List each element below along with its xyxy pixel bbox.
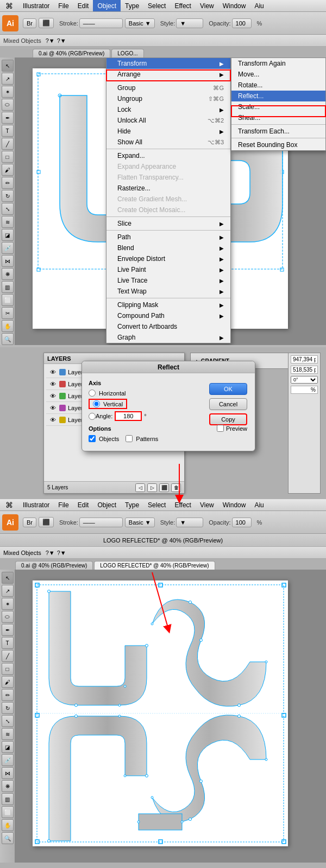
coords-y-input[interactable]	[291, 366, 318, 374]
submenu-scale[interactable]: Scale...	[231, 101, 325, 112]
horizontal-radio[interactable]	[89, 390, 96, 397]
cancel-button[interactable]: Cancel	[209, 398, 247, 410]
coords-x-input[interactable]	[291, 355, 318, 363]
hand-tool[interactable]: ✋	[2, 320, 14, 332]
objects-checkbox[interactable]	[89, 435, 96, 442]
menu-file[interactable]: File	[54, 0, 73, 11]
bottom-menu-object[interactable]: Object	[93, 499, 121, 510]
menu-item-rasterize[interactable]: Rasterize...	[106, 183, 230, 194]
patterns-checkbox[interactable]	[126, 435, 133, 442]
layer-btn-1[interactable]: ◁	[135, 483, 145, 492]
pen-tool[interactable]: ✒	[2, 112, 14, 124]
layer-eye-3[interactable]: 👁	[48, 392, 57, 400]
menu-item-path[interactable]: Path ▶	[106, 232, 230, 242]
slice-tool[interactable]: ✂	[2, 307, 14, 319]
bottom-menu-select[interactable]: Select	[143, 499, 170, 510]
submenu-shear[interactable]: Shear...	[231, 112, 325, 123]
select-tool[interactable]: ↖	[2, 60, 14, 72]
menu-item-ungroup[interactable]: Ungroup ⇧⌘G	[106, 93, 230, 104]
help-icon[interactable]: ?▼	[46, 37, 55, 44]
menu-object[interactable]: Object	[93, 0, 121, 11]
coords-angle-select[interactable]: 0°	[291, 376, 318, 384]
toolbar-btn-1[interactable]: Br	[23, 18, 36, 28]
blend-tool[interactable]: ⋈	[2, 255, 14, 267]
menu-edit[interactable]: Edit	[73, 0, 93, 11]
column-graph-tool[interactable]: ▥	[2, 281, 14, 293]
eyedropper-tool[interactable]: 💉	[2, 242, 14, 254]
menu-item-slice[interactable]: Slice ▶	[106, 218, 230, 229]
bottom-menu-illustrator[interactable]: Illustrator	[18, 499, 54, 510]
bottom-column-graph-tool[interactable]: ▥	[2, 793, 14, 805]
submenu-reflect[interactable]: Reflect...	[231, 91, 325, 101]
bottom-pen-tool[interactable]: ✒	[2, 624, 14, 636]
submenu-move[interactable]: Move...	[231, 69, 325, 80]
menu-item-compound[interactable]: Compound Path ▶	[106, 310, 230, 321]
bottom-toolbar-btn-1[interactable]: Br	[23, 518, 36, 527]
bottom-menu-effect[interactable]: Effect	[170, 499, 195, 510]
scale-tool[interactable]: ⤡	[2, 203, 14, 215]
menu-item-lock[interactable]: Lock ▶	[106, 104, 230, 115]
bottom-artboard-tool[interactable]: ⬜	[2, 806, 14, 818]
bottom-help-icon[interactable]: ?▼	[46, 550, 55, 556]
style-selector[interactable]: ▼	[176, 18, 203, 28]
bottom-symbol-tool[interactable]: ❋	[2, 780, 14, 792]
bottom-rect-tool[interactable]: □	[2, 663, 14, 675]
submenu-rotate[interactable]: Rotate...	[231, 80, 325, 91]
bottom-zoom-tool[interactable]: 🔍	[2, 832, 14, 844]
menu-aiu[interactable]: Aiu	[250, 0, 268, 11]
tab-2[interactable]: LOGO...	[111, 49, 143, 58]
coords-extra-input[interactable]	[291, 386, 318, 394]
menu-select[interactable]: Select	[143, 0, 170, 11]
symbol-tool[interactable]: ❋	[2, 268, 14, 280]
bottom-warp-tool[interactable]: ≋	[2, 728, 14, 740]
menu-type[interactable]: Type	[121, 0, 143, 11]
bottom-apple-menu[interactable]: ⌘	[0, 499, 18, 510]
menu-item-hide[interactable]: Hide ▶	[106, 126, 230, 137]
rotate-tool[interactable]: ↻	[2, 190, 14, 202]
ok-button[interactable]: OK	[209, 383, 247, 395]
preview-checkbox[interactable]	[217, 425, 224, 432]
bottom-tab-2[interactable]: LOGO REFLECTED* @ 40% (RGB/Preview)	[94, 561, 215, 570]
apple-menu[interactable]: ⌘	[0, 0, 18, 11]
submenu-transform-again[interactable]: Transform Again	[231, 58, 325, 69]
vertical-radio[interactable]	[93, 400, 100, 407]
bottom-select-tool[interactable]: ↖	[2, 572, 14, 584]
bottom-opacity-value[interactable]: 100	[232, 518, 252, 527]
layer-btn-4[interactable]: 🗑	[171, 483, 181, 492]
menu-effect[interactable]: Effect	[170, 0, 195, 11]
menu-window[interactable]: Window	[218, 0, 250, 11]
bottom-rotate-tool[interactable]: ↻	[2, 702, 14, 714]
bottom-blend-tool[interactable]: ⋈	[2, 767, 14, 779]
bottom-eyedropper-tool[interactable]: 💉	[2, 754, 14, 766]
angle-input[interactable]	[115, 411, 142, 421]
bottom-menu-file[interactable]: File	[54, 499, 73, 510]
bottom-help-icon2[interactable]: ?▼	[57, 550, 66, 556]
stroke-selector[interactable]: ——	[79, 18, 123, 28]
submenu-reset-bounding[interactable]: Reset Bounding Box	[231, 139, 325, 150]
menu-item-envelope[interactable]: Envelope Distort ▶	[106, 253, 230, 264]
bottom-toolbar-btn-2[interactable]: ⬛	[39, 517, 54, 527]
menu-item-live-paint[interactable]: Live Paint ▶	[106, 264, 230, 275]
menu-view[interactable]: View	[196, 0, 218, 11]
bottom-line-tool[interactable]: ╱	[2, 650, 14, 662]
layer-btn-3[interactable]: ⬛	[159, 483, 169, 492]
opacity-value[interactable]: 100	[232, 18, 252, 28]
rect-tool[interactable]: □	[2, 151, 14, 163]
bottom-menu-window[interactable]: Window	[218, 499, 250, 510]
artboard-tool[interactable]: ⬜	[2, 294, 14, 306]
magic-wand-tool[interactable]: ✶	[2, 86, 14, 98]
submenu-transform-each[interactable]: Transform Each...	[231, 126, 325, 137]
bottom-menu-edit[interactable]: Edit	[73, 499, 93, 510]
bottom-tab-1[interactable]: 0.ai @ 40% (RGB/Preview)	[15, 561, 93, 570]
layer-btn-2[interactable]: ▷	[147, 483, 157, 492]
bottom-type-tool[interactable]: T	[2, 637, 14, 649]
menu-item-unlock-all[interactable]: Unlock All ⌥⌘2	[106, 115, 230, 126]
layer-eye-5[interactable]: 👁	[48, 416, 57, 424]
layer-eye-2[interactable]: 👁	[48, 380, 57, 388]
zoom-tool[interactable]: 🔍	[2, 333, 14, 345]
bottom-menu-view[interactable]: View	[196, 499, 218, 510]
menu-item-transform[interactable]: Transform ▶	[106, 58, 230, 69]
warp-tool[interactable]: ≋	[2, 216, 14, 228]
menu-item-live-trace[interactable]: Live Trace ▶	[106, 275, 230, 286]
menu-illustrator[interactable]: Illustrator	[18, 0, 54, 11]
